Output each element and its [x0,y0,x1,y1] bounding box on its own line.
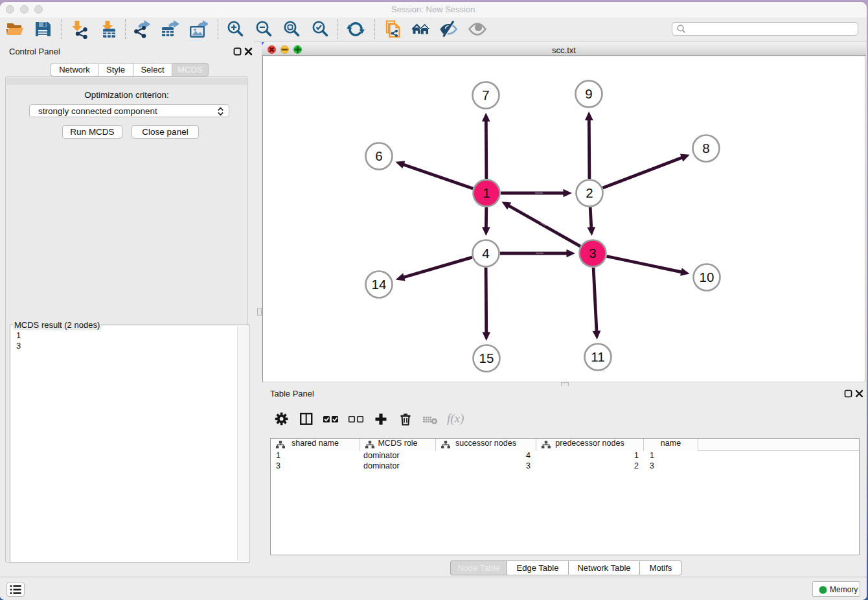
svg-text:8: 8 [702,141,709,156]
svg-text:6: 6 [375,148,382,163]
svg-text:14: 14 [371,277,386,292]
svg-text:9: 9 [585,86,592,101]
svg-text:15: 15 [479,351,494,365]
svg-text:1: 1 [483,185,490,200]
svg-text:11: 11 [591,349,604,364]
svg-text:7: 7 [482,87,489,102]
svg-text:4: 4 [482,246,489,260]
svg-text:10: 10 [699,270,714,284]
svg-text:3: 3 [589,246,596,260]
svg-text:2: 2 [586,185,593,200]
